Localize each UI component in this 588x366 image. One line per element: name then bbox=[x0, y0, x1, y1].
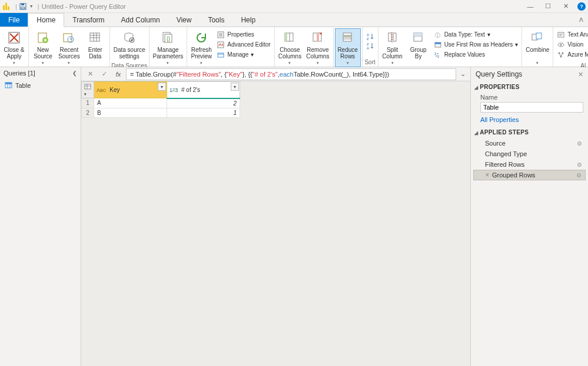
cell-value[interactable]: 1 bbox=[167, 108, 240, 117]
queries-title: Queries [1] bbox=[4, 70, 35, 77]
save-icon[interactable] bbox=[19, 2, 28, 11]
enter-data-button[interactable]: Enter Data bbox=[82, 28, 108, 61]
refresh-preview-button[interactable]: Refresh Preview▾ bbox=[188, 28, 214, 67]
remove-columns-button[interactable]: Remove Columns▾ bbox=[304, 28, 331, 67]
headers-icon bbox=[434, 41, 442, 49]
properties-icon bbox=[217, 31, 225, 39]
tab-tools[interactable]: Tools bbox=[200, 13, 232, 27]
step-source[interactable]: Source⚙ bbox=[473, 138, 586, 149]
qa-dropdown-icon[interactable]: ▼ bbox=[29, 4, 34, 8]
cell-key[interactable]: B bbox=[94, 108, 167, 117]
maximize-button[interactable]: ☐ bbox=[540, 1, 556, 12]
ribbon-group-reduce: Reduce Rows▾ bbox=[334, 27, 363, 67]
tab-home[interactable]: Home bbox=[28, 13, 64, 27]
table-row[interactable]: 2 B 1 bbox=[82, 108, 240, 117]
group-label-sort: Sort bbox=[363, 58, 378, 67]
data-type-label: Data Type: Text bbox=[444, 30, 485, 39]
data-source-settings-label: Data source settings bbox=[114, 47, 145, 60]
table-row[interactable]: 1 A 2 bbox=[82, 98, 240, 108]
ribbon-group-manage-columns: Choose Columns▾ Remove Columns▾ Manage C… bbox=[275, 27, 334, 67]
formula-text: , { bbox=[221, 71, 227, 78]
new-source-label: New Source bbox=[34, 47, 52, 60]
combine-button[interactable]: Combine▾ bbox=[523, 28, 552, 67]
minimize-button[interactable]: — bbox=[522, 1, 539, 12]
svg-rect-55 bbox=[558, 32, 564, 37]
formula-input[interactable]: = Table.Group(#"Filtered Rows", {"Key"},… bbox=[126, 68, 456, 80]
title-bar: | ▼ | Untitled - Power Query Editor — ☐ … bbox=[0, 0, 588, 13]
azure-ml-button[interactable]: Azure Machine Learning bbox=[556, 50, 588, 60]
gear-icon[interactable]: ⚙ bbox=[577, 161, 582, 168]
sort-asc-button[interactable]: AZ bbox=[365, 32, 376, 41]
gear-icon[interactable]: ⚙ bbox=[576, 172, 582, 179]
formula-bar: ✕ ✓ fx = Table.Group(#"Filtered Rows", {… bbox=[81, 67, 470, 81]
column-filter-icon[interactable]: ▼ bbox=[158, 83, 166, 91]
svg-rect-4 bbox=[21, 4, 24, 5]
choose-columns-icon bbox=[283, 29, 296, 46]
recent-sources-label: Recent Sources bbox=[58, 47, 80, 60]
cell-value[interactable]: 2 bbox=[167, 98, 240, 108]
column-header-count[interactable]: 123 # of 2's ▼ bbox=[167, 82, 240, 98]
tab-file[interactable]: File bbox=[0, 13, 28, 27]
step-label: Filtered Rows bbox=[485, 161, 524, 168]
tab-view[interactable]: View bbox=[168, 13, 200, 27]
number-type-icon: 123 bbox=[170, 87, 178, 93]
split-column-button[interactable]: Split Column▾ bbox=[380, 28, 406, 67]
svg-text:A: A bbox=[367, 47, 369, 50]
choose-columns-button[interactable]: Choose Columns▾ bbox=[276, 28, 304, 67]
tab-add-column[interactable]: Add Column bbox=[113, 13, 168, 27]
close-apply-button[interactable]: Close & Apply▾ bbox=[1, 28, 27, 67]
svg-text:{}: {} bbox=[167, 36, 170, 42]
manage-button[interactable]: Manage ▾ bbox=[215, 50, 271, 60]
formula-text: "# of 2's" bbox=[253, 71, 278, 78]
step-grouped-rows[interactable]: ✕Grouped Rows⚙ bbox=[473, 170, 586, 180]
tab-help[interactable]: Help bbox=[232, 13, 264, 27]
combine-icon bbox=[531, 29, 544, 46]
ribbon: Close & Apply▾ Close New Source▾ Recent … bbox=[0, 27, 588, 67]
group-by-button[interactable]: Group By bbox=[406, 28, 431, 61]
center-pane: ✕ ✓ fx = Table.Group(#"Filtered Rows", {… bbox=[81, 67, 470, 366]
column-filter-icon[interactable]: ▼ bbox=[231, 83, 239, 91]
vision-button[interactable]: Vision bbox=[556, 39, 588, 50]
recent-sources-button[interactable]: Recent Sources▾ bbox=[56, 28, 82, 67]
fx-icon[interactable]: fx bbox=[112, 68, 125, 80]
expand-formula-icon[interactable]: ⌄ bbox=[457, 70, 468, 78]
first-row-headers-button[interactable]: Use First Row as Headers ▾ bbox=[433, 39, 520, 50]
query-name-input[interactable] bbox=[480, 102, 583, 113]
step-filtered-rows[interactable]: Filtered Rows⚙ bbox=[473, 159, 586, 170]
new-source-button[interactable]: New Source▾ bbox=[30, 28, 56, 67]
rownum-header[interactable]: ▾ bbox=[82, 82, 94, 98]
text-analytics-button[interactable]: Text Analytics bbox=[556, 29, 588, 39]
tab-transform[interactable]: Transform bbox=[64, 13, 112, 27]
manage-parameters-button[interactable]: {} Manage Parameters▾ bbox=[151, 28, 186, 67]
help-icon[interactable]: ? bbox=[577, 2, 586, 11]
column-header-key[interactable]: ABC Key ▼ bbox=[94, 82, 167, 98]
collapse-queries-icon[interactable]: ❮ bbox=[72, 70, 77, 76]
query-item-table[interactable]: Table bbox=[0, 79, 81, 91]
cell-key[interactable]: A bbox=[94, 98, 167, 108]
step-changed-type[interactable]: Changed Type bbox=[473, 149, 586, 159]
commit-formula-button[interactable]: ✓ bbox=[98, 68, 111, 80]
applied-steps-header[interactable]: ◢APPLIED STEPS bbox=[471, 127, 588, 138]
ribbon-group-transform: Split Column▾ Group By ⓘData Type: Text … bbox=[378, 27, 523, 67]
collapse-ribbon-icon[interactable]: ᐱ bbox=[574, 13, 588, 27]
data-grid: ▾ ABC Key ▼ 123 # of 2's ▼ 1 A 2 bbox=[81, 81, 470, 118]
reduce-rows-button[interactable]: Reduce Rows▾ bbox=[335, 28, 361, 67]
svg-rect-64 bbox=[5, 83, 12, 84]
properties-section-header[interactable]: ◢PROPERTIES bbox=[471, 81, 588, 93]
applied-steps-label: APPLIED STEPS bbox=[480, 129, 529, 136]
sort-desc-button[interactable]: ZA bbox=[365, 41, 376, 51]
close-window-button[interactable]: ✕ bbox=[557, 1, 574, 12]
data-source-settings-button[interactable]: Data source settings bbox=[111, 28, 148, 61]
cancel-formula-button[interactable]: ✕ bbox=[84, 68, 97, 80]
delete-step-icon[interactable]: ✕ bbox=[485, 172, 490, 178]
data-type-button[interactable]: ⓘData Type: Text ▾ bbox=[433, 29, 520, 39]
gear-icon[interactable]: ⚙ bbox=[577, 140, 582, 147]
all-properties-link[interactable]: All Properties bbox=[480, 116, 519, 123]
properties-button[interactable]: Properties bbox=[215, 29, 271, 39]
triangle-icon: ◢ bbox=[474, 85, 478, 90]
close-settings-icon[interactable]: ✕ bbox=[578, 71, 583, 78]
advanced-editor-button[interactable]: Advanced Editor bbox=[215, 39, 271, 50]
first-row-headers-label: Use First Row as Headers bbox=[444, 40, 513, 49]
table-icon bbox=[84, 83, 91, 90]
replace-values-button[interactable]: 12Replace Values bbox=[433, 50, 520, 60]
